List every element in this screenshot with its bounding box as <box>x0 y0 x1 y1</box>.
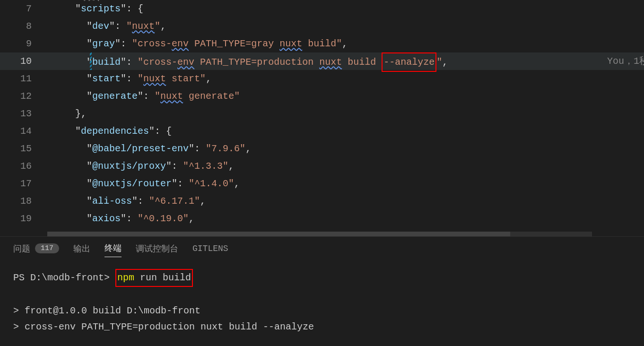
terminal-prompt: PS D:\modb-front> <box>13 272 115 283</box>
code-token: axios <box>92 213 121 224</box>
line-number[interactable]: 14 <box>0 122 45 140</box>
code-line[interactable]: 19 "axios": "^0.19.0", <box>0 210 644 227</box>
code-token: "7.9.6" <box>206 143 245 154</box>
horizontal-scrollbar-thumb[interactable] <box>47 232 510 236</box>
line-number[interactable]: 8 <box>0 17 45 35</box>
tab-terminal-label: 终端 <box>104 242 122 254</box>
code-token: "cross- <box>132 38 172 49</box>
terminal-output-line: > cross-env PATH_TYPE=production nuxt bu… <box>13 319 631 335</box>
code-token: : <box>115 21 126 32</box>
code-content[interactable]: "ali-oss": "^6.17.1", <box>45 192 644 210</box>
terminal-output-line: > front@1.0.0 build D:\modb-front <box>13 303 631 319</box>
tab-problems-label: 问题 <box>13 243 30 254</box>
code-token: : <box>126 213 138 224</box>
code-token: "^6.17.1" <box>149 196 200 207</box>
code-token: : <box>126 57 138 68</box>
code-token: "^1.3.3" <box>183 161 228 172</box>
code-token: build" <box>302 38 342 49</box>
code-line[interactable]: 9 "gray": "cross-env PATH_TYPE=gray nuxt… <box>0 35 644 52</box>
highlight-box: --analyze <box>382 52 436 72</box>
code-token: : { <box>155 126 172 137</box>
code-token: , <box>342 38 348 49</box>
code-token: "cross- <box>138 57 177 68</box>
code-token: "^0.19.0" <box>138 213 189 224</box>
line-number[interactable]: 10 <box>0 52 45 70</box>
line-number[interactable]: 16 <box>0 157 45 175</box>
code-line[interactable]: 10 "build": "cross-env PATH_TYPE=product… <box>0 52 644 70</box>
code-token: " <box>126 21 132 32</box>
code-token: , <box>160 21 166 32</box>
code-token: : <box>177 178 189 189</box>
code-line[interactable]: 17 "@nuxtjs/router": "^1.4.0", <box>0 175 644 192</box>
code-token: : <box>138 196 149 207</box>
line-number[interactable]: 17 <box>0 175 45 192</box>
code-token: " <box>138 73 143 84</box>
code-content[interactable]: "@nuxtjs/router": "^1.4.0", <box>45 175 644 192</box>
line-number[interactable]: 15 <box>0 140 45 157</box>
code-token: env <box>172 38 189 49</box>
code-content[interactable]: "dev": "nuxt", <box>45 17 644 35</box>
tab-output[interactable]: 输出 <box>73 243 90 257</box>
code-token: "^1.4.0" <box>189 178 234 189</box>
code-token: }, <box>75 108 87 119</box>
horizontal-scrollbar[interactable] <box>47 232 592 236</box>
code-token: gray <box>92 38 115 49</box>
code-content[interactable]: "build": "cross-env PATH_TYPE=production… <box>45 52 644 70</box>
code-content[interactable]: "generate": "nuxt generate" <box>45 87 644 105</box>
tab-debug-console-label: 调试控制台 <box>136 243 178 254</box>
code-token: start <box>92 73 121 84</box>
code-token: : <box>172 161 183 172</box>
tab-gitlens-label: GITLENS <box>192 244 228 253</box>
code-content[interactable]: "start": "nuxt start", <box>45 70 644 87</box>
terminal-command-rest: run build <box>134 272 191 283</box>
tab-debug-console[interactable]: 调试控制台 <box>136 243 178 257</box>
code-token: build <box>342 57 382 68</box>
code-line[interactable]: 13 }, <box>0 105 644 122</box>
code-token: PATH_TYPE=production <box>194 57 319 68</box>
code-content[interactable]: "axios": "^0.19.0", <box>45 210 644 227</box>
line-number[interactable]: 19 <box>0 210 45 227</box>
tab-problems[interactable]: 问题 117 <box>13 243 59 257</box>
code-line[interactable]: 16 "@nuxtjs/proxy": "^1.3.3", <box>0 157 644 175</box>
code-token: : <box>194 143 206 154</box>
line-number[interactable]: 11 <box>0 70 45 87</box>
code-token: @nuxtjs/router <box>92 178 172 189</box>
modified-indicator <box>90 52 92 70</box>
code-line[interactable]: 15 "@babel/preset-env": "7.9.6", <box>0 140 644 157</box>
code-content[interactable]: "gray": "cross-env PATH_TYPE=gray nuxt b… <box>45 35 644 52</box>
code-token: : { <box>126 3 143 14</box>
tab-gitlens[interactable]: GITLENS <box>192 244 228 256</box>
blame-annotation: You，1秒钟 <box>607 52 644 70</box>
code-content[interactable]: "@nuxtjs/proxy": "^1.3.3", <box>45 157 644 175</box>
code-line[interactable]: 12 "generate": "nuxt generate" <box>0 87 644 105</box>
code-token: , <box>206 73 211 84</box>
code-content[interactable]: }, <box>45 105 644 122</box>
code-token: : <box>121 38 132 49</box>
code-content[interactable]: "scripts": { <box>45 0 644 17</box>
line-number[interactable]: 13 <box>0 105 45 122</box>
code-line[interactable]: 14 "dependencies": { <box>0 122 644 140</box>
code-token: ali-oss <box>92 196 132 207</box>
line-number[interactable]: 7 <box>0 0 45 17</box>
editor-area[interactable]: 调试 7 "scripts": {8 "dev": "nuxt",9 "gray… <box>0 0 644 236</box>
line-number[interactable]: 9 <box>0 35 45 52</box>
tab-output-label: 输出 <box>73 243 90 254</box>
code-token: " <box>155 91 160 102</box>
code-content[interactable]: "dependencies": { <box>45 122 644 140</box>
code-line[interactable]: 8 "dev": "nuxt", <box>0 17 644 35</box>
terminal-output[interactable]: PS D:\modb-front> npm run build > front@… <box>13 269 631 335</box>
code-line[interactable]: 11 "start": "nuxt start", <box>0 70 644 87</box>
code-token: nuxt <box>143 73 166 84</box>
code-token: , <box>228 161 234 172</box>
line-number[interactable]: 18 <box>0 192 45 210</box>
code-content[interactable]: "@babel/preset-env": "7.9.6", <box>45 140 644 157</box>
tab-terminal[interactable]: 终端 <box>104 242 122 257</box>
code-token: , <box>200 196 206 207</box>
line-number[interactable]: 12 <box>0 87 45 105</box>
panel-tabs: 问题 117 输出 终端 调试控制台 GITLENS <box>13 242 631 257</box>
code-token: nuxt <box>132 21 155 32</box>
code-line[interactable]: 18 "ali-oss": "^6.17.1", <box>0 192 644 210</box>
code-token: env <box>177 57 194 68</box>
code-line[interactable]: 7 "scripts": { <box>0 0 644 17</box>
code-token: @nuxtjs/proxy <box>92 161 166 172</box>
